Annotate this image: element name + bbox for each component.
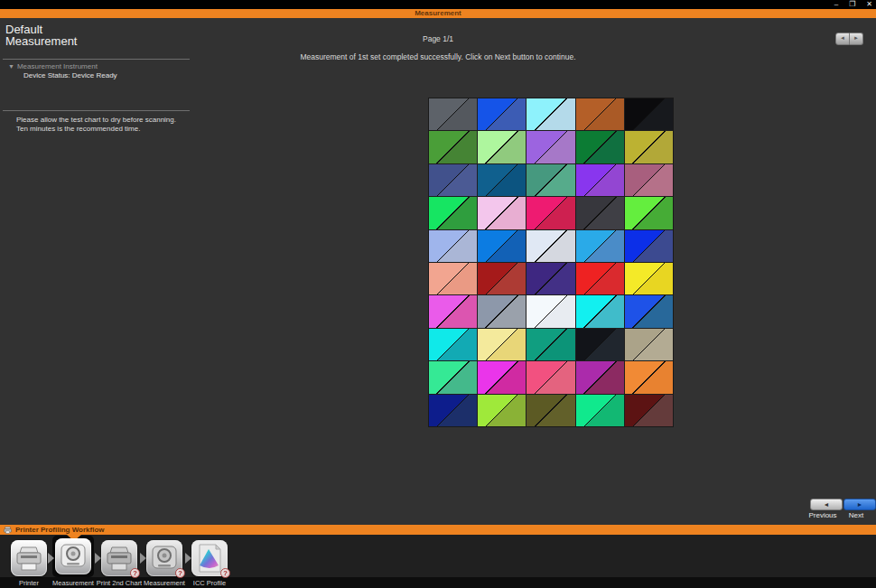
- section-measurement-instrument[interactable]: ▼ Measurement Instrument: [8, 62, 98, 70]
- color-patch: [429, 230, 477, 262]
- chevron-down-icon: ▼: [8, 63, 14, 70]
- color-patch: [625, 361, 673, 393]
- close-icon[interactable]: ✕: [866, 0, 872, 9]
- color-patch: [429, 164, 477, 196]
- color-patch: [429, 131, 477, 163]
- color-patch: [527, 395, 574, 426]
- app-window: – ❐ ✕ Measurement Default Measurement ▼ …: [0, 0, 876, 588]
- workflow-step-printer[interactable]: [11, 540, 47, 576]
- color-patch: [478, 295, 526, 327]
- dry-chart-note: Please allow the test chart to dry befor…: [16, 116, 176, 134]
- section-label: Measurement Instrument: [17, 62, 98, 70]
- color-patch: [478, 230, 526, 262]
- color-patch: [478, 164, 526, 196]
- color-patch: [576, 295, 624, 327]
- color-patch: [478, 329, 526, 360]
- color-patch: [527, 164, 574, 196]
- window-titlebar: – ❐ ✕: [0, 0, 876, 9]
- color-patch: [527, 295, 574, 327]
- workflow-title: Printer Profiling Workflow: [15, 525, 105, 535]
- color-patch: [429, 197, 477, 229]
- page-indicator: Page 1/1: [0, 34, 876, 43]
- color-patch: [478, 395, 526, 426]
- color-patch: [429, 329, 477, 360]
- color-patch: [576, 98, 624, 130]
- tab-strip: Measurement: [0, 9, 876, 18]
- status-message: Measurement of 1st set completed success…: [0, 52, 876, 61]
- previous-arrow-icon: ◄: [824, 501, 830, 508]
- next-button[interactable]: ►: [843, 499, 876, 510]
- color-patch: [625, 131, 673, 163]
- color-patch: [576, 197, 624, 229]
- workflow-step-measurement[interactable]: [55, 538, 91, 574]
- color-patch: [478, 263, 526, 294]
- color-patch: [576, 230, 624, 262]
- device-status: Device Status: Device Ready: [23, 71, 117, 79]
- color-patch: [576, 131, 624, 163]
- tab-measurement[interactable]: Measurement: [0, 9, 876, 18]
- color-patch: [576, 329, 624, 360]
- color-patch: [527, 131, 574, 163]
- color-patch: [625, 395, 673, 426]
- workflow-step-print-2nd-chart[interactable]: ?: [101, 540, 137, 576]
- arrow-separator-icon: [95, 553, 101, 564]
- color-patch: [527, 197, 574, 229]
- pager-back-button[interactable]: ◄: [835, 33, 850, 45]
- color-patch: [625, 329, 673, 360]
- arrow-separator-icon: [48, 553, 54, 564]
- printer-icon: [4, 527, 12, 534]
- printer-icon: [11, 540, 47, 576]
- color-patch: [478, 131, 526, 163]
- divider: [3, 110, 190, 111]
- workflow-step-measurement-2[interactable]: ?: [146, 540, 182, 576]
- color-patch: [625, 98, 673, 130]
- color-patch: [527, 361, 574, 393]
- color-patch: [429, 98, 477, 130]
- color-patch: [429, 361, 477, 393]
- color-patch: [478, 361, 526, 393]
- color-patch: [478, 98, 526, 130]
- color-patch: [625, 230, 673, 262]
- arrow-separator-icon: [185, 553, 191, 564]
- pager-buttons: ◄ ►: [835, 33, 863, 45]
- minimize-icon[interactable]: –: [834, 0, 838, 9]
- color-patch: [527, 329, 574, 360]
- color-patch: [429, 295, 477, 327]
- incomplete-badge: ?: [220, 568, 230, 578]
- color-patch: [625, 164, 673, 196]
- measurement-device-icon: [55, 538, 91, 574]
- pager-forward-button[interactable]: ►: [850, 33, 863, 45]
- color-patch: [576, 395, 624, 426]
- next-arrow-icon: ►: [857, 501, 863, 508]
- previous-button[interactable]: ◄: [810, 499, 843, 510]
- color-patch: [576, 361, 624, 393]
- color-patch: [576, 263, 624, 294]
- color-patch: [625, 197, 673, 229]
- workflow-step-label: ICC Profile: [178, 579, 241, 587]
- workflow-header: Printer Profiling Workflow: [0, 525, 876, 535]
- color-patch: [429, 395, 477, 426]
- color-patch: [625, 263, 673, 294]
- color-patch: [429, 263, 477, 294]
- incomplete-badge: ?: [175, 568, 185, 578]
- color-patch: [527, 230, 574, 262]
- incomplete-badge: ?: [130, 568, 140, 578]
- color-patch: [478, 197, 526, 229]
- workflow-step-icc-profile[interactable]: ?: [191, 540, 228, 576]
- color-patch: [625, 295, 673, 327]
- previous-label: Previous: [805, 511, 841, 519]
- maximize-icon[interactable]: ❐: [849, 0, 855, 9]
- arrow-separator-icon: [140, 553, 146, 564]
- color-patch: [527, 98, 574, 130]
- color-patch: [527, 263, 574, 294]
- next-label: Next: [838, 511, 874, 519]
- color-patch: [576, 164, 624, 196]
- color-chart: [428, 98, 674, 427]
